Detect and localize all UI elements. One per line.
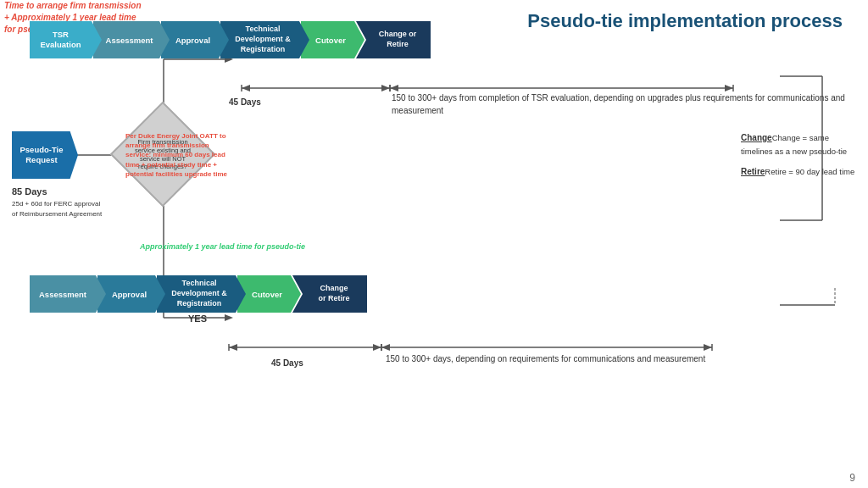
ann-bottom-150days: 150 to 300+ days, depending on requireme… xyxy=(386,352,705,365)
yes-label: YES xyxy=(188,313,207,324)
svg-marker-6 xyxy=(225,314,233,321)
ferc-note: 25d + 60d for FERC approval of Reimburse… xyxy=(12,199,102,219)
step-approval-bottom: Approval xyxy=(97,275,165,313)
ann-top-45days: 45 Days xyxy=(229,93,261,108)
svg-marker-10 xyxy=(242,85,250,92)
step-cutover-bottom: Cutover xyxy=(237,275,301,313)
svg-marker-16 xyxy=(725,85,733,92)
svg-marker-25 xyxy=(381,344,390,351)
step-tsr: TSR Evaluation xyxy=(30,21,102,58)
page-number: 9 xyxy=(849,472,855,484)
step-techdev-bottom: Technical Development & Registration xyxy=(157,275,246,313)
step-assessment-bottom: Assessment xyxy=(30,275,106,313)
ann-bottom-45days: 45 Days xyxy=(271,354,303,369)
pseudo-tie-box: Pseudo-Tie Request xyxy=(12,131,78,179)
svg-marker-20 xyxy=(229,344,237,351)
yes-approx-note: Approximately 1 year lead time for pseud… xyxy=(140,241,305,252)
top-process-row: TSR Evaluation Assessment Approval Techn… xyxy=(30,21,431,58)
step-cutover-top: Cutover xyxy=(301,21,364,58)
bottom-process-row: Assessment Approval Technical Developmen… xyxy=(30,275,367,313)
slide: Pseudo-tie implementation process xyxy=(0,0,868,488)
duke-note: Per Duke Energy Joint OATT to arrange fi… xyxy=(125,131,234,179)
step-approval-top: Approval xyxy=(161,21,229,58)
right-notes: ChangeChange = same timelines as a new p… xyxy=(741,131,860,179)
svg-marker-15 xyxy=(390,85,398,92)
svg-marker-11 xyxy=(381,85,390,92)
step-techdev-top: Technical Development & Registration xyxy=(220,21,309,58)
svg-marker-26 xyxy=(704,344,712,351)
step-change-top: Change or Retire xyxy=(356,21,431,58)
svg-marker-21 xyxy=(373,344,381,351)
diagram-overlay xyxy=(0,0,868,488)
days-85-label: 85 Days xyxy=(12,186,47,197)
step-change-bottom: Change or Retire xyxy=(292,275,367,313)
ann-top-150days: 150 to 300+ days from completion of TSR … xyxy=(392,92,868,117)
step-assessment-top: Assessment xyxy=(93,21,170,58)
